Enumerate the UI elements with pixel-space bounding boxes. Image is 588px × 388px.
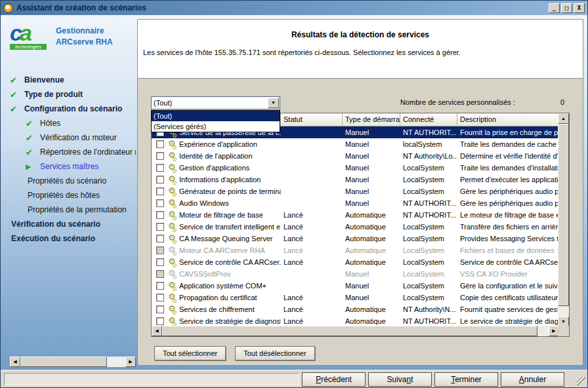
- table-horizontal-scrollbar[interactable]: ◀ ▶: [152, 326, 559, 336]
- scroll-up-icon[interactable]: ▲: [558, 113, 569, 124]
- service-start-type: Automatique: [343, 256, 400, 268]
- wizard-nav-button[interactable]: Précédent: [302, 372, 366, 387]
- service-checkbox[interactable]: [156, 164, 164, 172]
- service-name: Moteur CA ARCserve RHA: [179, 244, 265, 256]
- service-checkbox[interactable]: [156, 317, 164, 325]
- service-statut: [281, 280, 343, 292]
- table-row[interactable]: Application système COM+ Manuel LocalSys…: [152, 280, 558, 292]
- title-bar[interactable]: Assistant de création de scénarios _ □ X: [1, 1, 587, 15]
- sidebar-scroll-track[interactable]: [107, 357, 125, 367]
- table-row[interactable]: Moteur de filtrage de base Lancé Automat…: [152, 209, 558, 221]
- wizard-step-item[interactable]: Répertoires de l'ordinateur maître: [5, 145, 136, 159]
- service-checkbox[interactable]: [156, 223, 164, 231]
- service-statut: Lancé: [281, 209, 343, 221]
- scroll-left-icon[interactable]: ◀: [10, 357, 20, 367]
- filter-option[interactable]: (Tout): [152, 111, 280, 121]
- service-statut: Lancé: [281, 292, 343, 303]
- service-checkbox[interactable]: [156, 305, 164, 313]
- sidebar-scroll-thumb[interactable]: [20, 357, 107, 367]
- service-checkbox[interactable]: [156, 187, 164, 195]
- service-logon-account: NT Authority\Lo...: [400, 150, 457, 162]
- resize-grip[interactable]: [577, 377, 585, 385]
- wizard-step-item[interactable]: Type de produit: [5, 87, 136, 102]
- service-start-type: Manuel: [343, 174, 400, 185]
- service-checkbox[interactable]: [156, 176, 164, 184]
- wizard-step-item[interactable]: Propriétés du scénario: [5, 174, 136, 188]
- wizard-step-item[interactable]: Exécution du scénario: [5, 231, 136, 246]
- maximize-button[interactable]: □: [561, 3, 572, 13]
- logo-letter-a: a: [20, 20, 30, 45]
- table-row[interactable]: CA Message Queuing Server Lancé Automati…: [152, 233, 558, 244]
- service-checkbox[interactable]: [156, 282, 164, 290]
- wizard-nav-button[interactable]: Annuler: [501, 372, 564, 387]
- service-logon-account: localSystem: [400, 138, 457, 150]
- service-checkbox[interactable]: [156, 211, 164, 219]
- minimize-button[interactable]: _: [549, 3, 560, 13]
- service-start-type: Manuel: [343, 150, 400, 162]
- wizard-nav-button[interactable]: Terminer: [434, 372, 498, 387]
- service-checkbox[interactable]: [156, 199, 164, 207]
- service-checkbox[interactable]: [156, 294, 164, 301]
- service-checkbox[interactable]: [156, 152, 164, 160]
- table-vscroll-thumb[interactable]: [558, 124, 569, 306]
- service-gear-icon: [168, 316, 179, 326]
- step-label: Propriétés de la permutation: [28, 205, 127, 214]
- table-row[interactable]: Services de chiffrement Lancé Automatiqu…: [152, 303, 558, 315]
- service-filter-combobox[interactable]: (Tout) ▼: [151, 96, 280, 109]
- wizard-step-item[interactable]: Propriétés des hôtes: [5, 188, 136, 203]
- filter-option[interactable]: (Services gérés): [152, 121, 280, 132]
- column-header-statut[interactable]: Statut: [281, 113, 343, 126]
- step-status-icon: [10, 90, 24, 100]
- column-header-type[interactable]: Type de démarrage: [343, 113, 400, 126]
- select-all-button[interactable]: Tout sélectionner: [154, 346, 226, 360]
- table-row[interactable]: Moteur CA ARCserve RHA Lancé Automatique…: [152, 244, 558, 256]
- service-checkbox[interactable]: [156, 246, 164, 254]
- wizard-step-item[interactable]: Propriétés de la permutation: [5, 203, 136, 217]
- service-statut: Lancé: [281, 221, 343, 233]
- close-button[interactable]: X: [574, 3, 585, 13]
- service-name: Service de transfert intelligent e...: [179, 221, 281, 233]
- scroll-left-icon[interactable]: ◀: [152, 326, 162, 336]
- table-hscroll-track[interactable]: [537, 326, 549, 336]
- column-header-description[interactable]: Description: [457, 113, 558, 126]
- service-checkbox[interactable]: [156, 235, 164, 242]
- table-row[interactable]: Gestion d'applications Manuel LocalSyste…: [152, 162, 558, 174]
- service-name: Application système COM+: [179, 280, 266, 292]
- table-row[interactable]: Audio Windows Manuel NT AUTHORIT... Gère…: [152, 197, 558, 209]
- column-header-connecte[interactable]: Connecté: [400, 113, 457, 126]
- service-checkbox[interactable]: [156, 258, 164, 266]
- chevron-down-icon[interactable]: ▼: [268, 98, 279, 108]
- table-row[interactable]: Service de contrôle CA ARCser... Lancé A…: [152, 256, 558, 268]
- table-row[interactable]: Service de transfert intelligent e... La…: [152, 221, 558, 233]
- service-start-type: Manuel: [343, 162, 400, 174]
- table-vertical-scrollbar[interactable]: ▲ ▼: [558, 113, 569, 327]
- wizard-step-item[interactable]: Hôtes: [5, 116, 136, 130]
- step-label: Propriétés du scénario: [28, 176, 106, 185]
- service-start-type: Automatique: [343, 209, 400, 221]
- wizard-step-item[interactable]: Vérification du scénario: [5, 217, 136, 231]
- table-hscroll-thumb[interactable]: [162, 326, 537, 336]
- scroll-right-icon[interactable]: ▶: [125, 357, 136, 367]
- window-title: Assistant de création de scénarios: [16, 3, 549, 12]
- table-vscroll-track[interactable]: [558, 306, 569, 317]
- service-name: Gestion d'applications: [179, 162, 249, 174]
- wizard-step-item[interactable]: Vérification du moteur: [5, 130, 136, 145]
- service-checkbox[interactable]: [156, 270, 164, 278]
- sidebar-horizontal-scrollbar[interactable]: ◀ ▶: [10, 357, 136, 367]
- table-row[interactable]: CAVSSSoftProv Manuel LocalSystem VSS CA …: [152, 268, 558, 280]
- wizard-nav-button[interactable]: Suivant: [368, 372, 432, 387]
- deselect-all-button[interactable]: Tout désélectionner: [235, 346, 314, 360]
- wizard-step-item[interactable]: Bienvenue: [5, 73, 136, 87]
- table-row[interactable]: Identité de l'application Manuel NT Auth…: [152, 150, 558, 162]
- wizard-step-item[interactable]: Configuration du scénario: [5, 102, 136, 116]
- step-status-icon: [26, 119, 40, 128]
- table-row[interactable]: Propagation du certificat Lancé Manuel L…: [152, 292, 558, 303]
- wizard-step-item[interactable]: Services maîtres: [5, 159, 136, 174]
- step-status-icon: [26, 147, 40, 157]
- custom-services-value: 0: [560, 98, 564, 106]
- service-checkbox[interactable]: [156, 140, 164, 148]
- step-label: Exécution du scénario: [11, 234, 95, 243]
- table-row[interactable]: Générateur de points de termina... Manue…: [152, 185, 558, 197]
- table-row[interactable]: Informations d'application Manuel LocalS…: [152, 174, 558, 185]
- table-row[interactable]: Expérience d'application Manuel localSys…: [152, 138, 558, 150]
